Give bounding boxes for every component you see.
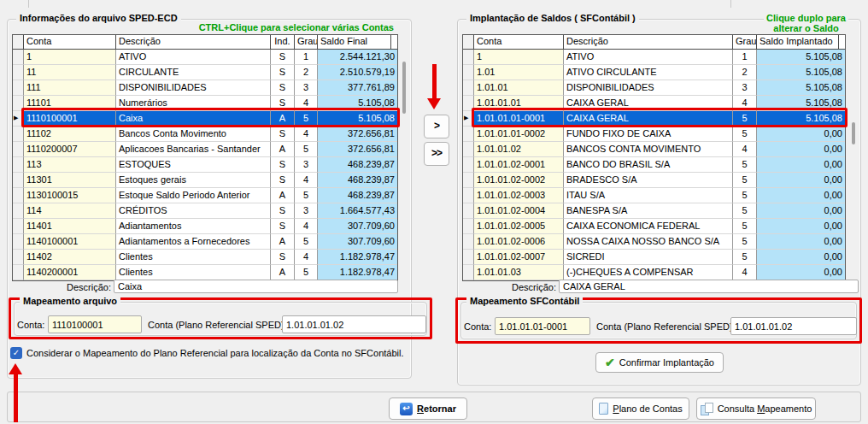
table-row[interactable]: 111DISPONIBILIDADESS3377.761,89 xyxy=(13,80,397,96)
sped-balance-implantation-screen: Informações do arquivo SPED-ECD CTRL+Cli… xyxy=(0,0,868,424)
table-row[interactable]: 1.01.01.02-0005CAIXA ECONOMICA FEDERAL50… xyxy=(463,219,845,234)
column-header[interactable]: Conta xyxy=(24,35,116,50)
table-cell: 4 xyxy=(733,265,757,280)
table-row[interactable]: 1.01.01.03(-)CHEQUES A COMPENSAR40,00 xyxy=(463,265,845,280)
table-row[interactable]: 1.01.01.01CAIXA GERAL45.105,08 xyxy=(463,96,845,111)
table-cell: 0,00 xyxy=(757,234,845,250)
table-cell: A xyxy=(271,234,295,250)
table-row[interactable]: 1110200007Aplicacoes Bancarias - Santand… xyxy=(13,142,397,157)
table-cell: 2 xyxy=(295,65,318,80)
table-cell: 5 xyxy=(733,127,757,142)
table-row[interactable]: 1.01.01DISPONIBILIDADES35.105,08 xyxy=(463,80,845,96)
table-row[interactable]: 1.01.01.02-0007SICREDI50,00 xyxy=(463,250,845,265)
table-row[interactable]: 1130100015Estoque Saldo Periodo Anterior… xyxy=(13,188,397,203)
conta-field[interactable] xyxy=(495,317,590,335)
left-grid-scrollbar-thumb[interactable] xyxy=(402,62,406,114)
table-row[interactable]: 1.01.01.02-0006NOSSA CAIXA NOSSO BANCO S… xyxy=(463,234,845,250)
checkbox-check-icon: ✓ xyxy=(13,348,20,357)
row-indicator xyxy=(463,234,474,250)
table-cell: 3 xyxy=(733,80,757,96)
table-cell: 1.01.01.02-0002 xyxy=(474,173,564,188)
considerar-mapeamento-label: Considerar o Mapeamento do Plano Referen… xyxy=(26,348,403,358)
table-cell: 11101 xyxy=(24,96,116,111)
column-header[interactable]: Ind. xyxy=(271,35,295,50)
table-cell: 2.510.579,19 xyxy=(318,65,397,80)
table-row[interactable]: 1ATIVO15.105,08 xyxy=(463,50,845,65)
confirmar-implantacao-button[interactable]: ✔ Confirmar Implantação xyxy=(595,352,724,373)
double-click-hint: Clique duplo paraalterar o Saldo xyxy=(764,13,848,33)
column-header[interactable]: Descrição xyxy=(564,35,733,50)
table-row[interactable]: 1.01.01.02-0003ITAU S/A50,00 xyxy=(463,188,845,203)
sped-panel-title: Informações do arquivo SPED-ECD xyxy=(16,13,181,23)
table-row[interactable]: 1140200001ClientesA51.182.978,47 xyxy=(13,265,397,280)
row-indicator-header xyxy=(13,35,24,50)
table-cell: 372.656,81 xyxy=(318,142,397,157)
table-cell: 11401 xyxy=(24,219,116,234)
transfer-all-button[interactable]: >> xyxy=(424,142,449,166)
table-cell: 5 xyxy=(733,203,757,219)
table-row[interactable]: 11401AdiantamentosS4307.709,60 xyxy=(13,219,397,234)
table-cell: 468.239,87 xyxy=(318,188,397,203)
table-cell: 1110200007 xyxy=(24,142,116,157)
table-cell: 5.105,08 xyxy=(757,111,845,127)
table-cell: BANCOS CONTA MOVIMENTO xyxy=(564,142,733,157)
plano-referencial-field[interactable] xyxy=(282,315,426,333)
table-cell: 5 xyxy=(295,142,318,157)
table-row[interactable]: 1.01.01.02-0002BRADESCO S/A50,00 xyxy=(463,173,845,188)
table-cell: 113 xyxy=(24,157,116,173)
column-header[interactable]: Conta xyxy=(474,35,564,50)
plano-de-contas-button[interactable]: Plano de Contas xyxy=(592,398,689,420)
column-header[interactable]: Grau xyxy=(295,35,318,50)
consulta-mapeamento-button[interactable]: Consulta Mapeamento xyxy=(696,398,816,420)
table-row[interactable]: 1.01.01.02BANCOS CONTA MOVIMENTO40,00 xyxy=(463,142,845,157)
table-row[interactable]: 1.01.01.01-0002FUNDO FIXO DE CAIXA50,00 xyxy=(463,127,845,142)
plano-referencial-field[interactable] xyxy=(730,317,857,335)
table-row[interactable]: 11CIRCULANTES22.510.579,19 xyxy=(13,65,397,80)
descricao-field[interactable] xyxy=(114,280,398,293)
table-row[interactable]: ▶1.01.01.01-0001CAIXA GERAL55.105,08 xyxy=(463,111,845,127)
column-header[interactable]: Descrição xyxy=(116,35,271,50)
retornar-label: Retornar xyxy=(417,403,456,414)
table-row[interactable]: 11402ClientesS41.182.978,47 xyxy=(13,250,397,265)
table-cell: S xyxy=(271,65,295,80)
table-cell: 5.105,08 xyxy=(757,96,845,111)
row-indicator xyxy=(13,265,24,280)
row-indicator: ▶ xyxy=(463,111,474,127)
table-row[interactable]: 11301Estoques geraisS4468.239,87 xyxy=(13,173,397,188)
retornar-button[interactable]: ↩ Retornar xyxy=(389,398,467,420)
table-row[interactable]: 11102Bancos Conta MovimentoS4372.656,81 xyxy=(13,127,397,142)
table-row[interactable]: 1ATIVOS12.544.121,30 xyxy=(13,50,397,65)
table-cell: CAIXA ECONOMICA FEDERAL xyxy=(564,219,733,234)
table-cell: 0,00 xyxy=(757,265,845,280)
conta-field[interactable] xyxy=(48,315,142,333)
column-header[interactable]: Grau xyxy=(733,35,757,50)
transfer-one-button[interactable]: > xyxy=(424,115,449,138)
plano-referencial-label: Conta (Plano Referencial SPED): xyxy=(148,320,287,330)
table-row[interactable]: 1.01.01.02-0001BANCO DO BRASIL S/A50,00 xyxy=(463,157,845,173)
column-header[interactable]: Saldo Final xyxy=(318,35,397,50)
table-row[interactable]: ▶1110100001CaixaA55.105,08 xyxy=(13,111,397,127)
considerar-mapeamento-checkbox[interactable]: ✓ xyxy=(10,347,22,359)
table-cell: 1.01.01 xyxy=(474,80,564,96)
table-cell: 5 xyxy=(295,234,318,250)
table-row[interactable]: 1.01ATIVO CIRCULANTE25.105,08 xyxy=(463,65,845,80)
right-grid-scrollbar-thumb[interactable] xyxy=(852,122,855,144)
table-row[interactable]: 1.01.01.02-0004BANESPA S/A50,00 xyxy=(463,203,845,219)
table-cell: 372.656,81 xyxy=(318,127,397,142)
table-row[interactable]: 11101NumeráriosS45.105,08 xyxy=(13,96,397,111)
descricao-field[interactable] xyxy=(559,280,859,293)
sped-accounts-grid[interactable]: ContaDescriçãoInd.GrauSaldo Final1ATIVOS… xyxy=(12,34,398,281)
table-cell: 11102 xyxy=(24,127,116,142)
table-row[interactable]: 1140100001Adiantamentos a FornecedoresA5… xyxy=(13,234,397,250)
table-cell: 2 xyxy=(733,65,757,80)
table-cell: FUNDO FIXO DE CAIXA xyxy=(564,127,733,142)
table-cell: S xyxy=(271,219,295,234)
row-indicator xyxy=(13,157,24,173)
table-cell: 0,00 xyxy=(757,219,845,234)
sfcontabil-accounts-grid[interactable]: ContaDescriçãoGrauSaldo Implantado1ATIVO… xyxy=(462,34,846,281)
table-row[interactable]: 113ESTOQUESS3468.239,87 xyxy=(13,157,397,173)
table-row[interactable]: 114CRÉDITOSS31.664.577,43 xyxy=(13,203,397,219)
table-cell: 0,00 xyxy=(757,188,845,203)
table-cell: 1 xyxy=(24,50,116,65)
column-header[interactable]: Saldo Implantado xyxy=(757,35,845,50)
